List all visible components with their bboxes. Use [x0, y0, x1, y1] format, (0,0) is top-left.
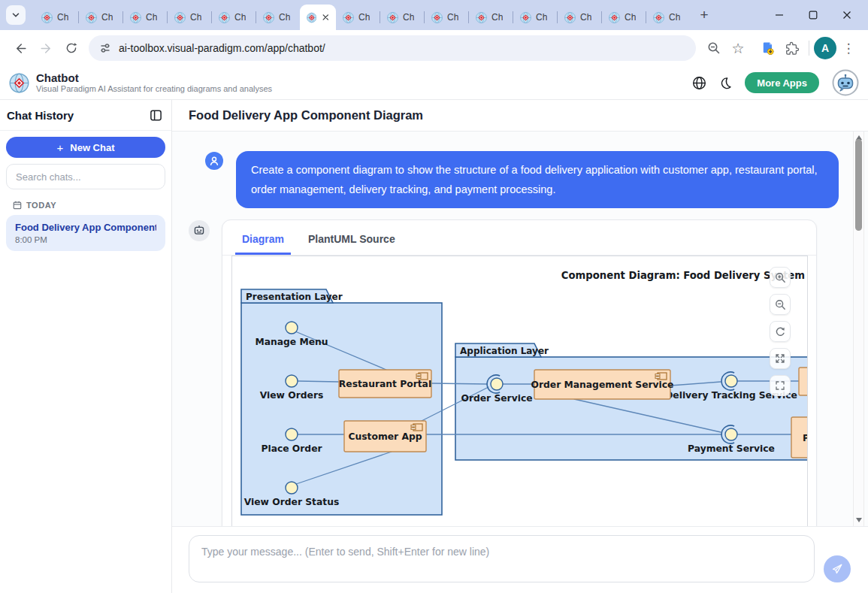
- tab-title: Ch: [57, 12, 68, 23]
- browser-tab[interactable]: Ch: [558, 5, 601, 30]
- tab-title: Ch: [234, 12, 246, 23]
- profile-avatar[interactable]: A: [814, 37, 836, 59]
- sidebar-body: + New Chat TODAY Food Delivery App Compo…: [0, 131, 171, 257]
- browser-tab[interactable]: Ch: [646, 5, 690, 30]
- reload-button[interactable]: [59, 35, 84, 61]
- svg-text:Application Layer: Application Layer: [460, 346, 549, 356]
- reading-mode-button[interactable]: [756, 36, 780, 60]
- tab-diagram[interactable]: Diagram: [235, 223, 291, 255]
- tab-title: Ch: [146, 12, 157, 23]
- browser-menu-button[interactable]: ⋮: [836, 36, 860, 60]
- user-avatar: [205, 152, 223, 170]
- visual-paradigm-favicon: [653, 12, 664, 23]
- component-clipped: [799, 368, 807, 395]
- browser-tab[interactable]: Ch: [425, 5, 468, 30]
- new-chat-button[interactable]: + New Chat: [6, 137, 165, 158]
- calendar-icon: [13, 201, 22, 210]
- reload-icon: [65, 41, 78, 55]
- browser-tab[interactable]: Ch: [469, 5, 513, 30]
- fit-expand-button[interactable]: [770, 348, 791, 369]
- page-zoom-button[interactable]: [702, 36, 726, 60]
- browser-tab[interactable]: Ch: [256, 5, 300, 30]
- zoom-out-icon: [775, 299, 786, 310]
- bookmark-button[interactable]: ☆: [726, 36, 750, 60]
- svg-text:Order Service: Order Service: [461, 393, 532, 404]
- visual-paradigm-favicon: [564, 12, 576, 23]
- diagram-title: Component Diagram: Food Delivery System: [561, 270, 805, 281]
- send-button[interactable]: [824, 555, 851, 582]
- search-chats-input[interactable]: [6, 164, 165, 189]
- visual-paradigm-favicon: [41, 12, 53, 23]
- tab-title: Ch: [625, 12, 636, 23]
- tab-strip: ChChChChChChChChChChChChChCh +: [0, 0, 868, 30]
- plus-icon: +: [57, 141, 64, 154]
- chat-history-item[interactable]: Food Delivery App Component ... 8:00 PM: [6, 215, 165, 251]
- work-area: Chat History + New Chat TODAY Food Deliv…: [0, 100, 868, 593]
- browser-tab[interactable]: Ch: [602, 5, 646, 30]
- zoom-indicator-icon: [707, 41, 721, 55]
- tab-title: Ch: [190, 12, 201, 23]
- new-chat-label: New Chat: [70, 142, 114, 153]
- browser-tab[interactable]: Ch: [79, 5, 122, 30]
- component-customer-app: Customer App: [344, 421, 426, 452]
- diagram-viewport[interactable]: Presentation LayerApplication LayerManag…: [231, 256, 808, 526]
- browser-tab[interactable]: Ch: [212, 5, 256, 30]
- diagram-zoom-controls: [770, 267, 791, 396]
- browser-tab-active[interactable]: [300, 5, 336, 30]
- browser-tab[interactable]: Ch: [336, 5, 380, 30]
- minimize-button[interactable]: [762, 0, 796, 30]
- app-title: Chatbot: [36, 71, 272, 84]
- browser-tab[interactable]: Ch: [35, 5, 78, 30]
- dark-mode-moon-icon[interactable]: [719, 77, 732, 89]
- chatbot-avatar-icon[interactable]: [832, 69, 859, 96]
- language-globe-icon[interactable]: [692, 76, 706, 90]
- new-tab-button[interactable]: +: [694, 5, 714, 25]
- main-panel: Food Delivery App Component Diagram Crea…: [172, 100, 868, 593]
- more-apps-button[interactable]: More Apps: [745, 72, 819, 93]
- scroll-down-arrow[interactable]: [856, 518, 862, 522]
- visual-paradigm-favicon: [263, 12, 274, 23]
- svg-text:Payment Service: Payment Service: [688, 443, 775, 454]
- forward-icon: [39, 41, 53, 56]
- browser-tab[interactable]: Ch: [380, 5, 424, 30]
- user-icon: [209, 156, 219, 166]
- extensions-button[interactable]: [780, 36, 804, 60]
- doc-download-icon: [761, 41, 776, 56]
- svg-text:Restaurant Portal: Restaurant Portal: [339, 379, 431, 389]
- reset-view-button[interactable]: [770, 321, 791, 342]
- zoom-out-button[interactable]: [770, 294, 791, 315]
- forward-button[interactable]: [33, 35, 59, 61]
- visual-paradigm-favicon: [520, 12, 531, 23]
- fullscreen-icon: [775, 380, 785, 391]
- collapse-sidebar-icon[interactable]: [150, 109, 162, 122]
- message-input[interactable]: [189, 535, 815, 582]
- browser-tab[interactable]: Ch: [123, 5, 167, 30]
- toolbar-divider: [809, 41, 809, 56]
- tab-close-icon[interactable]: [321, 12, 331, 23]
- back-button[interactable]: [8, 35, 33, 61]
- browser-tab[interactable]: Ch: [168, 5, 211, 30]
- tab-search-button[interactable]: [6, 5, 26, 25]
- tab-plantuml-source[interactable]: PlantUML Source: [301, 223, 402, 255]
- zoom-in-button[interactable]: [770, 267, 791, 288]
- visual-paradigm-favicon: [86, 12, 97, 23]
- close-window-button[interactable]: [830, 0, 863, 30]
- browser-tab[interactable]: Ch: [513, 5, 557, 30]
- back-icon: [14, 41, 28, 56]
- tab-title: Ch: [491, 12, 503, 23]
- tab-title: Ch: [101, 12, 113, 23]
- visual-paradigm-favicon: [219, 12, 230, 23]
- tab-title: Ch: [358, 12, 370, 23]
- visual-paradigm-logo: [9, 73, 29, 93]
- tab-title: Ch: [447, 12, 458, 23]
- scrollbar-thumb[interactable]: [855, 139, 862, 231]
- url-text: ai-toolbox.visual-paradigm.com/app/chatb…: [119, 42, 325, 54]
- chat-scrollbar[interactable]: [853, 132, 864, 526]
- fullscreen-button[interactable]: [770, 375, 791, 396]
- component-restaurant-portal: Restaurant Portal: [339, 370, 431, 398]
- omnibox[interactable]: ai-toolbox.visual-paradigm.com/app/chatb…: [89, 35, 696, 61]
- tab-title: Ch: [669, 12, 680, 23]
- composer: [172, 526, 868, 593]
- maximize-button[interactable]: [796, 0, 830, 30]
- sidebar-header: Chat History: [0, 100, 171, 131]
